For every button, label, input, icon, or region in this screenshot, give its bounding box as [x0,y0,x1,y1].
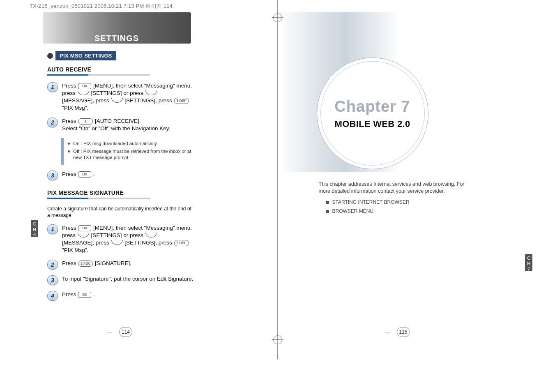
step-text: Press OK . [62,171,95,180]
chapter-title-circle: Chapter 7 MOBILE WEB 2.0 [317,58,428,169]
step-1: 1 Press OK [MENU], then select "Messagin… [47,224,195,254]
step-1: 1 Press OK [MENU], then select "Messagin… [47,82,195,112]
step-text: To input "Signature", put the cursor on … [62,275,193,285]
step-text: Press OK [MENU], then select "Messaging"… [62,224,195,254]
chapter-tab: CH6 [31,220,38,237]
step-4: 4 Press OK . [47,291,195,301]
right-softkey-icon: · [145,233,157,238]
ok-key-icon: OK [78,292,91,298]
note-item: Off : PIX message must be retrieved from… [68,148,193,161]
key-1-icon: 1 [78,118,93,125]
bullet-icon [47,53,53,59]
left-softkey-icon: · [111,98,123,103]
key-3-icon: 3 DEF [174,240,189,246]
step-3: 3 To input "Signature", put the cursor o… [47,275,195,285]
subheading-underline [47,74,150,76]
page-left: SETTINGS PIX MSG SETTINGS AUTO RECEIVE 1… [0,0,278,374]
manual-spread: TX-215_verizon_0501021 2005.10.21 7:13 P… [0,0,555,392]
page-number: 114 [119,327,132,337]
chapter-tab: CH7 [525,254,532,271]
list-item: STARTING INTERNET BROWSER [326,199,410,205]
subheading-auto-receive: AUTO RECEIVE [47,66,195,73]
header-title: SETTINGS [94,34,139,43]
pagenum-tick [107,332,112,332]
description-text: Create a signature that can be automatic… [47,205,195,219]
step-number-badge: 2 [47,118,58,127]
step-text: Press OK . [62,291,95,301]
ok-key-icon: OK [78,83,91,89]
pagenum-tick [385,332,390,332]
step-text: Press OK [MENU], then select "Messaging"… [62,82,195,112]
step-number-badge: 2 [47,260,58,270]
subheading-underline [47,198,150,199]
step-3: 3 Press OK . [47,171,195,180]
square-bullet-icon [326,210,329,213]
bullet-icon [68,150,70,152]
left-softkey-icon: · [111,240,123,245]
section-label: PIX MSG SETTINGS [55,51,116,60]
chapter-header: SETTINGS [0,0,278,46]
note-item: On : PIX msg downloaded automatically. [68,141,193,147]
right-softkey-icon: · [145,90,157,95]
chapter-title: MOBILE WEB 2.0 [335,119,410,129]
step-number-badge: 4 [47,291,58,301]
section-label-row: PIX MSG SETTINGS [47,51,195,60]
left-softkey-icon: · [78,233,89,238]
chapter-contents-list: STARTING INTERNET BROWSER BROWSER MENU [326,199,410,217]
step-number-badge: 1 [47,82,58,92]
left-softkey-icon: · [78,90,89,95]
step-2: 2 Press 1 [AUTO RECEIVE]. Select "On" or… [47,118,195,132]
bullet-icon [68,143,70,145]
list-item: BROWSER MENU [326,208,410,214]
step-number-badge: 3 [47,275,58,285]
chapter-description: This chapter addresses Internet services… [319,181,471,195]
key-2-icon: 2 ABC [78,261,93,267]
step-number-badge: 3 [47,171,58,180]
page-number: 115 [397,327,410,337]
page-right: Chapter 7 MOBILE WEB 2.0 This chapter ad… [278,0,555,374]
subheading-signature: PIX MESSAGE SIGNATURE [47,189,195,196]
key-3-icon: 3 DEF [174,98,189,104]
note-block: On : PIX msg downloaded automatically. O… [61,138,195,165]
square-bullet-icon [326,201,329,204]
ok-key-icon: OK [78,225,91,231]
step-text: Press 1 [AUTO RECEIVE]. Select "On" or "… [62,118,170,132]
step-number-badge: 1 [47,224,58,234]
ok-key-icon: OK [78,171,91,178]
step-text: Press 2 ABC [SIGNATURE]. [62,260,131,270]
step-2: 2 Press 2 ABC [SIGNATURE]. [47,260,195,270]
chapter-number-label: Chapter 7 [334,98,410,115]
